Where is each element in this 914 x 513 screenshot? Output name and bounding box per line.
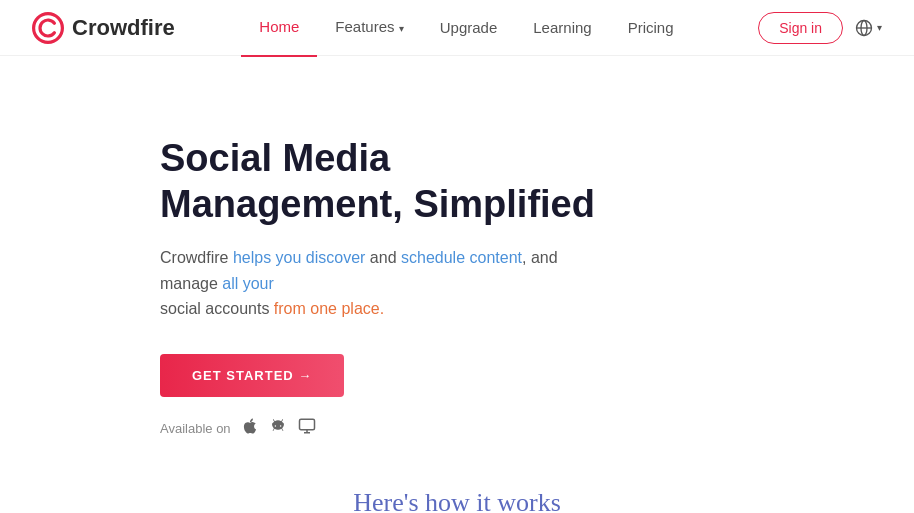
nav-item-pricing[interactable]: Pricing [610, 0, 692, 56]
chevron-down-globe-icon: ▾ [877, 22, 882, 33]
nav-item-learning[interactable]: Learning [515, 0, 609, 56]
brand-name: Crowdfire [72, 15, 175, 41]
nav-links: Home Features ▾ Upgrade Learning Pricing [241, 0, 691, 57]
hero-title: Social Media Management, Simplified [160, 136, 600, 227]
desktop-icon [297, 417, 317, 440]
nav-item-upgrade[interactable]: Upgrade [422, 0, 516, 56]
nav-link-pricing[interactable]: Pricing [610, 0, 692, 56]
how-it-works-section: Here's how it works ∨ [0, 488, 914, 513]
hero-section: Social Media Management, Simplified Crow… [0, 56, 914, 513]
subtitle-plain-3: social accounts [160, 300, 274, 317]
subtitle-orange: from one place. [274, 300, 384, 317]
language-button[interactable]: ▾ [855, 19, 882, 37]
signin-button[interactable]: Sign in [758, 12, 843, 44]
nav-link-learning[interactable]: Learning [515, 0, 609, 56]
svg-rect-4 [299, 419, 314, 430]
globe-icon [855, 19, 873, 37]
nav-item-home[interactable]: Home [241, 0, 317, 57]
nav-link-home[interactable]: Home [241, 0, 317, 57]
logo-icon [32, 12, 64, 44]
get-started-button[interactable]: GET STARTED → [160, 354, 344, 397]
nav-link-upgrade[interactable]: Upgrade [422, 0, 516, 56]
available-on-section: Available on [160, 417, 600, 440]
nav-item-features[interactable]: Features ▾ [317, 0, 421, 57]
platform-icons [241, 417, 317, 440]
subtitle-plain-1: and [365, 249, 401, 266]
how-it-works-title: Here's how it works [0, 488, 914, 513]
subtitle-crowdfire: Crowdfire [160, 249, 233, 266]
hero-subtitle: Crowdfire helps you discover and schedul… [160, 245, 600, 322]
svg-point-0 [34, 13, 63, 42]
subtitle-blue-2: schedule content [401, 249, 522, 266]
android-icon [269, 417, 287, 440]
nav-link-features[interactable]: Features ▾ [317, 0, 421, 57]
available-on-label: Available on [160, 421, 231, 436]
subtitle-blue-1: helps you discover [233, 249, 366, 266]
hero-content: Social Media Management, Simplified Crow… [0, 56, 600, 440]
logo[interactable]: Crowdfire [32, 12, 175, 44]
hero-subtitle-text: Crowdfire helps you discover and schedul… [160, 249, 558, 317]
chevron-down-icon: ▾ [399, 23, 404, 34]
navbar: Crowdfire Home Features ▾ Upgrade Learni… [0, 0, 914, 56]
apple-icon [241, 417, 259, 440]
subtitle-blue-3: all your [222, 275, 274, 292]
nav-right: Sign in ▾ [758, 12, 882, 44]
